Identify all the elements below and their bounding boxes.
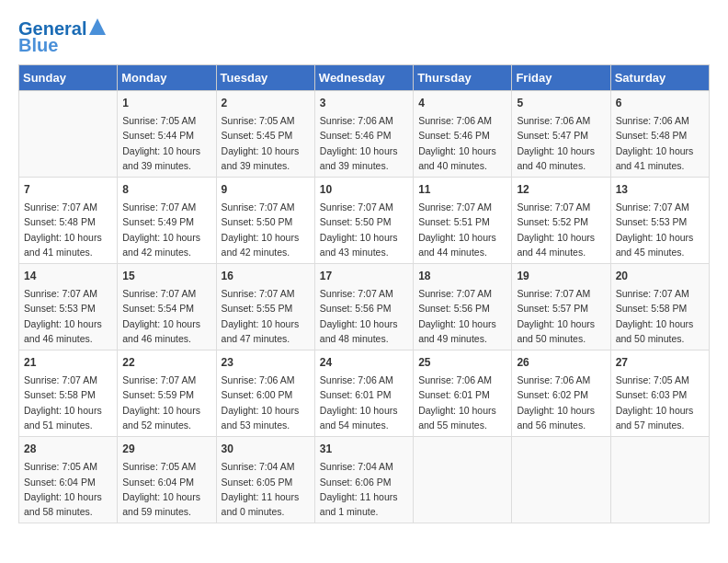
calendar-cell <box>414 437 512 523</box>
calendar-cell: 20Sunrise: 7:07 AM Sunset: 5:58 PM Dayli… <box>610 264 709 350</box>
week-row: 21Sunrise: 7:07 AM Sunset: 5:58 PM Dayli… <box>19 350 710 437</box>
header-monday: Monday <box>118 65 216 91</box>
day-info: Sunrise: 7:07 AM Sunset: 5:54 PM Dayligh… <box>122 286 210 346</box>
day-info: Sunrise: 7:05 AM Sunset: 5:44 PM Dayligh… <box>122 113 210 173</box>
day-number: 15 <box>122 268 210 284</box>
calendar-cell: 13Sunrise: 7:07 AM Sunset: 5:53 PM Dayli… <box>610 178 709 264</box>
day-number: 30 <box>222 441 310 457</box>
calendar-cell <box>19 91 118 178</box>
day-number: 19 <box>517 268 605 284</box>
calendar-cell: 5Sunrise: 7:06 AM Sunset: 5:47 PM Daylig… <box>512 91 610 178</box>
calendar-cell: 7Sunrise: 7:07 AM Sunset: 5:48 PM Daylig… <box>19 178 118 264</box>
calendar-cell: 14Sunrise: 7:07 AM Sunset: 5:53 PM Dayli… <box>19 264 118 350</box>
calendar-cell: 11Sunrise: 7:07 AM Sunset: 5:51 PM Dayli… <box>414 178 512 264</box>
header-thursday: Thursday <box>414 65 512 91</box>
calendar-cell: 4Sunrise: 7:06 AM Sunset: 5:46 PM Daylig… <box>414 91 512 178</box>
day-number: 13 <box>616 181 704 198</box>
day-info: Sunrise: 7:05 AM Sunset: 6:04 PM Dayligh… <box>122 459 210 519</box>
day-number: 8 <box>122 181 210 198</box>
day-number: 24 <box>320 354 408 371</box>
logo-icon <box>89 18 106 35</box>
day-info: Sunrise: 7:07 AM Sunset: 5:51 PM Dayligh… <box>418 200 506 259</box>
day-info: Sunrise: 7:06 AM Sunset: 6:00 PM Dayligh… <box>222 373 310 432</box>
day-number: 17 <box>320 268 408 284</box>
day-number: 9 <box>222 181 310 198</box>
week-row: 14Sunrise: 7:07 AM Sunset: 5:53 PM Dayli… <box>19 264 710 350</box>
day-info: Sunrise: 7:06 AM Sunset: 5:47 PM Dayligh… <box>517 113 605 173</box>
header-friday: Friday <box>512 65 610 91</box>
day-number: 5 <box>517 95 605 111</box>
week-row: 28Sunrise: 7:05 AM Sunset: 6:04 PM Dayli… <box>19 437 710 523</box>
calendar-cell: 3Sunrise: 7:06 AM Sunset: 5:46 PM Daylig… <box>314 91 413 178</box>
day-info: Sunrise: 7:07 AM Sunset: 5:58 PM Dayligh… <box>616 286 704 346</box>
day-info: Sunrise: 7:07 AM Sunset: 5:48 PM Dayligh… <box>24 200 112 259</box>
header-wednesday: Wednesday <box>314 65 413 91</box>
day-info: Sunrise: 7:04 AM Sunset: 6:06 PM Dayligh… <box>320 459 408 519</box>
day-info: Sunrise: 7:05 AM Sunset: 6:03 PM Dayligh… <box>616 373 704 432</box>
calendar-table: Sunday Monday Tuesday Wednesday Thursday… <box>18 64 710 523</box>
calendar-cell: 23Sunrise: 7:06 AM Sunset: 6:00 PM Dayli… <box>216 350 314 437</box>
week-row: 1Sunrise: 7:05 AM Sunset: 5:44 PM Daylig… <box>19 91 710 178</box>
logo-blue-text: Blue <box>18 35 58 55</box>
day-info: Sunrise: 7:07 AM Sunset: 5:56 PM Dayligh… <box>320 286 408 346</box>
days-header-row: Sunday Monday Tuesday Wednesday Thursday… <box>19 65 710 91</box>
day-info: Sunrise: 7:07 AM Sunset: 5:59 PM Dayligh… <box>122 373 210 432</box>
header-saturday: Saturday <box>610 65 709 91</box>
header-sunday: Sunday <box>19 65 118 91</box>
svg-marker-0 <box>89 18 106 35</box>
day-info: Sunrise: 7:07 AM Sunset: 5:49 PM Dayligh… <box>122 200 210 259</box>
day-info: Sunrise: 7:06 AM Sunset: 6:01 PM Dayligh… <box>418 373 506 432</box>
day-number: 14 <box>24 268 112 284</box>
calendar-cell: 9Sunrise: 7:07 AM Sunset: 5:50 PM Daylig… <box>216 178 314 264</box>
day-number: 4 <box>418 95 506 111</box>
calendar-cell: 19Sunrise: 7:07 AM Sunset: 5:57 PM Dayli… <box>512 264 610 350</box>
day-number: 7 <box>24 181 112 198</box>
day-info: Sunrise: 7:06 AM Sunset: 6:02 PM Dayligh… <box>517 373 605 432</box>
calendar-cell: 22Sunrise: 7:07 AM Sunset: 5:59 PM Dayli… <box>118 350 216 437</box>
calendar-cell: 21Sunrise: 7:07 AM Sunset: 5:58 PM Dayli… <box>19 350 118 437</box>
day-number: 26 <box>517 354 605 371</box>
day-info: Sunrise: 7:06 AM Sunset: 5:46 PM Dayligh… <box>418 113 506 173</box>
day-info: Sunrise: 7:06 AM Sunset: 5:48 PM Dayligh… <box>616 113 704 173</box>
calendar-cell: 1Sunrise: 7:05 AM Sunset: 5:44 PM Daylig… <box>118 91 216 178</box>
calendar-cell: 8Sunrise: 7:07 AM Sunset: 5:49 PM Daylig… <box>118 178 216 264</box>
day-number: 6 <box>616 95 704 111</box>
calendar-cell: 30Sunrise: 7:04 AM Sunset: 6:05 PM Dayli… <box>216 437 314 523</box>
day-number: 12 <box>517 181 605 198</box>
day-info: Sunrise: 7:07 AM Sunset: 5:50 PM Dayligh… <box>222 200 310 259</box>
day-number: 22 <box>122 354 210 371</box>
day-number: 31 <box>320 441 408 457</box>
day-info: Sunrise: 7:07 AM Sunset: 5:58 PM Dayligh… <box>24 373 112 432</box>
day-info: Sunrise: 7:07 AM Sunset: 5:53 PM Dayligh… <box>616 200 704 259</box>
day-info: Sunrise: 7:07 AM Sunset: 5:57 PM Dayligh… <box>517 286 605 346</box>
calendar-cell: 26Sunrise: 7:06 AM Sunset: 6:02 PM Dayli… <box>512 350 610 437</box>
day-info: Sunrise: 7:06 AM Sunset: 6:01 PM Dayligh… <box>320 373 408 432</box>
week-row: 7Sunrise: 7:07 AM Sunset: 5:48 PM Daylig… <box>19 178 710 264</box>
day-number: 18 <box>418 268 506 284</box>
day-number: 1 <box>122 95 210 111</box>
day-number: 28 <box>24 441 112 457</box>
day-number: 16 <box>222 268 310 284</box>
calendar-cell: 10Sunrise: 7:07 AM Sunset: 5:50 PM Dayli… <box>314 178 413 264</box>
header-tuesday: Tuesday <box>216 65 314 91</box>
calendar-cell: 27Sunrise: 7:05 AM Sunset: 6:03 PM Dayli… <box>610 350 709 437</box>
calendar-cell: 16Sunrise: 7:07 AM Sunset: 5:55 PM Dayli… <box>216 264 314 350</box>
day-info: Sunrise: 7:07 AM Sunset: 5:50 PM Dayligh… <box>320 200 408 259</box>
day-number: 20 <box>616 268 704 284</box>
day-number: 23 <box>222 354 310 371</box>
logo: General Blue <box>18 18 106 55</box>
calendar-cell <box>610 437 709 523</box>
calendar-cell: 6Sunrise: 7:06 AM Sunset: 5:48 PM Daylig… <box>610 91 709 178</box>
day-info: Sunrise: 7:05 AM Sunset: 5:45 PM Dayligh… <box>222 113 310 173</box>
calendar-cell: 12Sunrise: 7:07 AM Sunset: 5:52 PM Dayli… <box>512 178 610 264</box>
calendar-cell: 24Sunrise: 7:06 AM Sunset: 6:01 PM Dayli… <box>314 350 413 437</box>
day-info: Sunrise: 7:04 AM Sunset: 6:05 PM Dayligh… <box>222 459 310 519</box>
day-info: Sunrise: 7:06 AM Sunset: 5:46 PM Dayligh… <box>320 113 408 173</box>
calendar-cell: 28Sunrise: 7:05 AM Sunset: 6:04 PM Dayli… <box>19 437 118 523</box>
day-number: 29 <box>122 441 210 457</box>
day-number: 25 <box>418 354 506 371</box>
calendar-cell: 29Sunrise: 7:05 AM Sunset: 6:04 PM Dayli… <box>118 437 216 523</box>
day-number: 11 <box>418 181 506 198</box>
page-header: General Blue <box>18 18 710 55</box>
calendar-cell: 18Sunrise: 7:07 AM Sunset: 5:56 PM Dayli… <box>414 264 512 350</box>
